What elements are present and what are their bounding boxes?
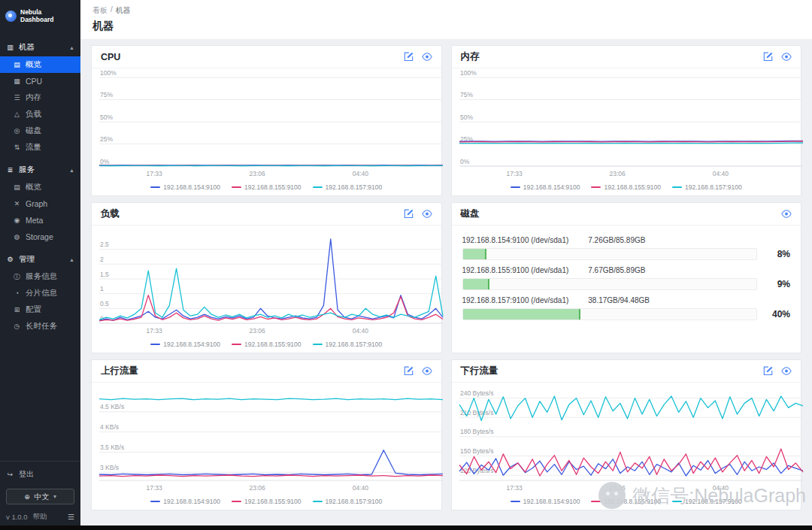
edit-icon[interactable] (404, 52, 414, 62)
logout-label: 登出 (19, 469, 34, 480)
svg-text:4 KB/s: 4 KB/s (100, 423, 119, 431)
breadcrumb: 看板 / 机器 (92, 5, 800, 16)
upload-traffic-chart: 3 KB/s3.5 KB/s4 KB/s4.5 KB/s17:3323:0604… (92, 383, 441, 493)
edit-icon[interactable] (404, 209, 414, 219)
sidebar-item-service-overview[interactable]: ▤概览 (0, 179, 80, 195)
svg-text:0%: 0% (100, 158, 110, 165)
sidebar-item-cpu[interactable]: ▦CPU (0, 73, 80, 89)
edit-icon[interactable] (763, 52, 773, 62)
legend-marker (591, 501, 601, 502)
nebula-logo-icon (5, 11, 17, 22)
sidebar-section-管理[interactable]: ⚙管理▲ (0, 250, 80, 268)
svg-text:17:33: 17:33 (506, 170, 523, 177)
legend-item[interactable]: 192.168.8.157:9100 (672, 183, 742, 191)
sidebar-item-service-info[interactable]: ⓘ服务信息 (0, 268, 80, 285)
legend-item[interactable]: 192.168.8.155:9100 (591, 498, 661, 505)
disk-progress-bar (462, 308, 758, 320)
tasks-icon: ◷ (13, 323, 21, 330)
logout-button[interactable]: ↪ 登出 (6, 467, 74, 482)
disk-progress-fill (463, 309, 580, 320)
load-chart: 00.511.522.517:3323:0604:40 (92, 226, 441, 336)
version-row: v 1.0.0 帮助 ☰ (6, 510, 74, 522)
legend-item[interactable]: 192.168.8.154:9100 (150, 498, 220, 505)
legend-item[interactable]: 192.168.8.154:9100 (150, 341, 220, 348)
info-icon: ⓘ (13, 272, 21, 282)
sidebar-section-机器[interactable]: ▥机器▲ (0, 38, 80, 56)
card-title: 上行流量 (101, 365, 138, 377)
svg-text:17:33: 17:33 (146, 327, 162, 335)
svg-text:1.5: 1.5 (100, 271, 109, 278)
legend-marker (232, 501, 241, 502)
disk-host: 192.168.8.155:9100 (/dev/sda1) (462, 266, 569, 274)
breadcrumb-home[interactable]: 看板 (92, 5, 108, 16)
sidebar-item-graph[interactable]: ✕Graph (0, 195, 80, 212)
help-link[interactable]: 帮助 (33, 512, 47, 522)
legend-item[interactable]: 192.168.8.154:9100 (511, 183, 580, 191)
view-icon[interactable] (781, 53, 792, 61)
disk-percent: 8% (765, 249, 790, 259)
sidebar-menu: ▥机器▲▤概览▦CPU☰内存△负载◎磁盘⇅流量≣服务▲▤概览✕Graph◉Met… (0, 32, 80, 461)
version-label: v 1.0.0 (6, 513, 28, 521)
disk-percent: 40% (765, 309, 790, 320)
svg-text:3.5 KB/s: 3.5 KB/s (100, 444, 124, 451)
card-header: 上行流量 (92, 360, 441, 383)
sidebar-footer: ↪ 登出 ⊕ 中文 ▼ v 1.0.0 帮助 ☰ (0, 461, 80, 525)
view-icon[interactable] (781, 210, 792, 218)
sidebar-item-config[interactable]: ⊞配置 (0, 301, 80, 318)
legend-item[interactable]: 192.168.8.155:9100 (232, 341, 301, 348)
sidebar-item-partition-info[interactable]: ◔分片信息 (0, 285, 80, 301)
legend-marker (511, 186, 520, 188)
app-logo[interactable]: Nebula Dashboard (0, 0, 80, 32)
legend-marker (672, 186, 682, 188)
language-label: 中文 (35, 492, 50, 502)
legend-item[interactable]: 192.168.8.154:9100 (511, 498, 580, 505)
sidebar-item-storage[interactable]: ◍Storage (0, 229, 80, 245)
legend-item[interactable]: 192.168.8.157:9100 (313, 498, 383, 505)
legend-marker (150, 186, 160, 188)
legend-marker (511, 501, 520, 502)
svg-text:100%: 100% (460, 69, 477, 77)
view-icon[interactable] (422, 210, 432, 218)
config-icon: ⊞ (13, 306, 21, 313)
sidebar-item-disk[interactable]: ◎磁盘 (0, 123, 80, 139)
chevron-up-icon: ▲ (69, 45, 74, 50)
svg-text:17:33: 17:33 (146, 170, 162, 177)
legend-item[interactable]: 192.168.8.157:9100 (313, 341, 383, 348)
sidebar-section-服务[interactable]: ≣服务▲ (0, 161, 80, 179)
legend-item[interactable]: 192.168.8.155:9100 (591, 183, 661, 191)
view-icon[interactable] (422, 53, 432, 61)
page-title: 机器 (92, 20, 800, 33)
collapse-menu-icon[interactable]: ☰ (68, 513, 74, 521)
disk-host: 192.168.8.154:9100 (/dev/sda1) (462, 236, 569, 244)
svg-text:0.5: 0.5 (100, 300, 109, 307)
memory-icon: ☰ (13, 94, 21, 101)
disk-row: 192.168.8.155:9100 (/dev/sda1)7.67GB/85.… (462, 266, 791, 290)
cpu-chart: 0%25%50%75%100%17:3323:0604:40 (92, 68, 441, 179)
sidebar-item-load[interactable]: △负载 (0, 106, 80, 123)
sidebar-item-meta[interactable]: ◉Meta (0, 212, 80, 229)
legend-item[interactable]: 192.168.8.157:9100 (672, 498, 742, 505)
bottom-bar (0, 525, 812, 530)
legend-item[interactable]: 192.168.8.155:9100 (232, 183, 301, 191)
view-icon[interactable] (781, 367, 792, 375)
sidebar-item-traffic[interactable]: ⇅流量 (0, 139, 80, 156)
disk-row: 192.168.8.157:9100 (/dev/sda1)38.17GB/94… (462, 296, 791, 320)
legend-item[interactable]: 192.168.8.155:9100 (232, 498, 301, 505)
sidebar-item-memory[interactable]: ☰内存 (0, 89, 80, 106)
sidebar-item-overview[interactable]: ▤概览 (0, 56, 80, 73)
page-header: 看板 / 机器 机器 (80, 0, 812, 39)
view-icon[interactable] (422, 367, 432, 375)
sidebar-item-long-tasks[interactable]: ◷长时任务 (0, 318, 80, 335)
card-title: 内存 (461, 50, 480, 63)
storage-icon: ◍ (13, 233, 21, 241)
memory-card: 内存 0%25%50%75%100%17:3323:0604:40 192.16… (451, 45, 802, 196)
card-header: CPU (92, 46, 441, 68)
language-selector[interactable]: ⊕ 中文 ▼ (6, 489, 74, 504)
service-icon: ≣ (6, 166, 14, 174)
edit-icon[interactable] (404, 366, 414, 376)
edit-icon[interactable] (763, 366, 773, 376)
disk-percent: 9% (765, 279, 790, 289)
breadcrumb-separator: / (111, 5, 113, 16)
legend-item[interactable]: 192.168.8.157:9100 (313, 183, 383, 191)
legend-item[interactable]: 192.168.8.154:9100 (150, 183, 220, 191)
